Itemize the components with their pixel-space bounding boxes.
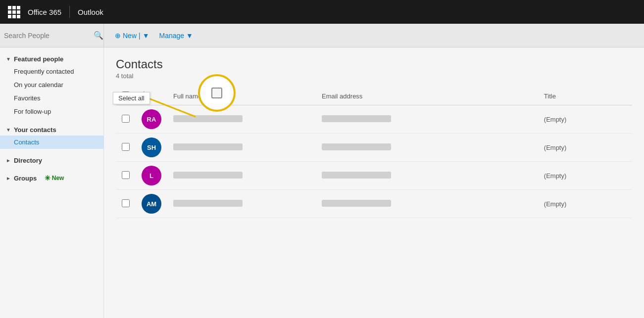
email-placeholder bbox=[322, 143, 391, 150]
waffle-grid bbox=[8, 6, 20, 18]
row-title-cell: (Empty) bbox=[538, 162, 632, 190]
new-chevron-icon: ▼ bbox=[143, 32, 149, 40]
th-title: Title bbox=[538, 88, 632, 105]
row-email-cell bbox=[316, 134, 538, 162]
table-row[interactable]: L (Empty) bbox=[116, 162, 632, 190]
row-name-cell bbox=[167, 162, 316, 190]
featured-people-label: Featured people bbox=[14, 55, 63, 63]
avatar: RA bbox=[142, 109, 161, 129]
your-contacts-label: Your contacts bbox=[14, 126, 56, 134]
page-title: Contacts bbox=[116, 57, 632, 71]
top-bar-divider bbox=[69, 6, 70, 18]
th-email: Email address bbox=[316, 88, 538, 105]
contacts-table: Full name Email address Title RA (Empty)… bbox=[116, 88, 632, 218]
new-sep: | bbox=[139, 32, 141, 40]
avatar: SH bbox=[142, 137, 161, 157]
table-row[interactable]: AM (Empty) bbox=[116, 190, 632, 218]
sidebar-item-on-your-calendar[interactable]: On your calendar bbox=[0, 78, 103, 91]
directory-chevron-icon: ► bbox=[6, 158, 11, 163]
row-email-cell bbox=[316, 162, 538, 190]
name-placeholder bbox=[173, 143, 243, 150]
row-avatar-cell: AM bbox=[136, 190, 167, 218]
waffle-icon[interactable] bbox=[6, 4, 22, 20]
your-contacts-chevron-icon: ▼ bbox=[6, 127, 11, 133]
search-button[interactable]: 🔍 bbox=[94, 31, 103, 40]
row-checkbox-1[interactable] bbox=[122, 143, 130, 151]
sidebar-item-frequently-contacted[interactable]: Frequently contacted bbox=[0, 65, 103, 78]
row-email-cell bbox=[316, 105, 538, 134]
row-checkbox-cell[interactable] bbox=[116, 190, 136, 218]
row-name-cell bbox=[167, 134, 316, 162]
featured-people-chevron-icon: ▼ bbox=[6, 56, 11, 62]
th-avatar bbox=[136, 88, 167, 105]
directory-label: Directory bbox=[14, 157, 42, 164]
search-container: 🔍 bbox=[0, 24, 104, 47]
select-all-checkbox-header[interactable] bbox=[116, 88, 136, 105]
th-fullname: Full name bbox=[167, 88, 316, 105]
groups-new-label: New bbox=[52, 175, 64, 182]
name-placeholder bbox=[173, 200, 243, 207]
table-header-row: Full name Email address Title bbox=[116, 88, 632, 105]
page-subtitle: 4 total bbox=[116, 72, 632, 80]
row-title-cell: (Empty) bbox=[538, 105, 632, 134]
avatar: L bbox=[142, 166, 161, 185]
sidebar-item-contacts[interactable]: Contacts bbox=[0, 136, 103, 149]
row-checkbox-cell[interactable] bbox=[116, 162, 136, 190]
select-all-checkbox[interactable] bbox=[122, 91, 130, 99]
row-checkbox-cell[interactable] bbox=[116, 134, 136, 162]
groups-new-badge: ✳ New bbox=[45, 174, 64, 182]
plus-icon: ⊕ bbox=[115, 32, 121, 40]
row-checkbox-2[interactable] bbox=[122, 171, 130, 179]
row-checkbox-cell[interactable] bbox=[116, 105, 136, 134]
new-label: New bbox=[123, 32, 137, 40]
row-name-cell bbox=[167, 190, 316, 218]
sidebar-section-featured-people[interactable]: ▼ Featured people bbox=[0, 51, 103, 65]
search-toolbar-row: 🔍 ⊕ New | ▼ Manage ▼ bbox=[0, 24, 644, 47]
main-content: Contacts 4 total Select all bbox=[104, 47, 644, 318]
row-avatar-cell: RA bbox=[136, 105, 167, 134]
app-name-label: Outlook bbox=[78, 8, 103, 16]
avatar: AM bbox=[142, 194, 161, 214]
email-placeholder bbox=[322, 172, 391, 179]
new-badge-star-icon: ✳ bbox=[45, 174, 50, 182]
row-avatar-cell: SH bbox=[136, 134, 167, 162]
row-email-cell bbox=[316, 190, 538, 218]
groups-label: Groups bbox=[14, 175, 37, 182]
row-title-cell: (Empty) bbox=[538, 190, 632, 218]
groups-chevron-icon: ► bbox=[6, 176, 11, 181]
layout: ▼ Featured people Frequently contacted O… bbox=[0, 47, 644, 318]
sidebar-section-directory[interactable]: ► Directory bbox=[0, 153, 103, 166]
sidebar: ▼ Featured people Frequently contacted O… bbox=[0, 47, 104, 318]
table-row[interactable]: SH (Empty) bbox=[116, 134, 632, 162]
name-placeholder bbox=[173, 115, 243, 122]
sidebar-item-favorites[interactable]: Favorites bbox=[0, 91, 103, 105]
email-placeholder bbox=[322, 200, 391, 207]
row-checkbox-0[interactable] bbox=[122, 115, 130, 123]
row-checkbox-3[interactable] bbox=[122, 199, 130, 207]
manage-button[interactable]: Manage ▼ bbox=[154, 24, 198, 47]
row-avatar-cell: L bbox=[136, 162, 167, 190]
office365-label: Office 365 bbox=[28, 8, 61, 16]
top-bar: Office 365 Outlook bbox=[0, 0, 644, 24]
toolbar-area: ⊕ New | ▼ Manage ▼ bbox=[104, 24, 204, 47]
email-placeholder bbox=[322, 115, 391, 122]
manage-label: Manage bbox=[159, 32, 185, 40]
row-title-cell: (Empty) bbox=[538, 134, 632, 162]
new-button[interactable]: ⊕ New | ▼ bbox=[110, 24, 154, 47]
sidebar-section-groups[interactable]: ► Groups ✳ New bbox=[0, 170, 103, 184]
name-placeholder bbox=[173, 172, 243, 179]
sidebar-section-your-contacts[interactable]: ▼ Your contacts bbox=[0, 122, 103, 136]
table-row[interactable]: RA (Empty) bbox=[116, 105, 632, 134]
search-input[interactable] bbox=[4, 32, 91, 40]
row-name-cell bbox=[167, 105, 316, 134]
sidebar-item-for-follow-up[interactable]: For follow-up bbox=[0, 105, 103, 118]
manage-chevron-icon: ▼ bbox=[186, 32, 193, 40]
